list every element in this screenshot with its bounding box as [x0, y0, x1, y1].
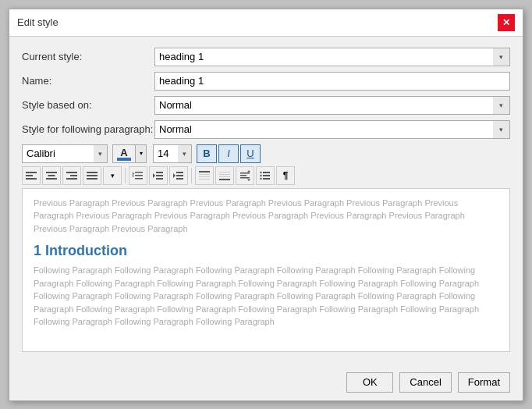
preview-following-text: Following Paragraph Following Paragraph … [34, 264, 498, 329]
justify-button[interactable] [83, 166, 101, 185]
svg-rect-4 [48, 175, 55, 176]
svg-rect-17 [156, 175, 163, 176]
svg-rect-21 [176, 175, 183, 176]
font-select-wrap: Calibri ▾ [22, 144, 108, 163]
italic-button[interactable]: I [218, 144, 239, 163]
preview-box: Previous Paragraph Previous Paragraph Pr… [22, 188, 510, 352]
svg-rect-18 [156, 178, 163, 180]
style-based-select[interactable]: Normal [154, 96, 510, 115]
align-center-button[interactable] [42, 166, 61, 185]
svg-marker-15 [133, 172, 134, 177]
cancel-button[interactable]: Cancel [399, 372, 451, 393]
svg-rect-25 [199, 174, 210, 175]
svg-rect-13 [135, 175, 143, 176]
border-bottom-icon [218, 169, 231, 182]
svg-rect-40 [263, 172, 270, 173]
svg-point-38 [260, 174, 261, 176]
align-dropdown-button[interactable]: ▾ [103, 166, 122, 185]
close-button[interactable]: ✕ [498, 14, 515, 31]
justify-icon [86, 169, 98, 182]
svg-rect-30 [219, 174, 230, 175]
svg-rect-29 [219, 172, 230, 172]
svg-rect-2 [26, 178, 37, 180]
svg-marker-19 [153, 173, 155, 178]
style-following-select-wrap: Normal ▾ [154, 120, 510, 139]
indent-decrease-button[interactable] [149, 166, 168, 185]
svg-rect-3 [46, 172, 57, 173]
align-left-button[interactable] [22, 166, 41, 185]
bold-button[interactable]: B [197, 144, 217, 163]
svg-rect-7 [70, 175, 77, 176]
dialog-title: Edit style [17, 16, 59, 28]
paragraph-mark-button[interactable]: ¶ [276, 166, 295, 185]
preview-previous-text: Previous Paragraph Previous Paragraph Pr… [34, 197, 498, 236]
toolbar-separator-2 [191, 168, 192, 183]
current-style-label: Current style: [22, 51, 154, 62]
name-input-wrap [154, 72, 510, 91]
style-following-label: Style for following paragraph: [22, 123, 154, 135]
name-row: Name: [22, 72, 510, 91]
svg-rect-11 [87, 178, 98, 180]
style-based-select-wrap: Normal ▾ [154, 96, 510, 115]
svg-rect-0 [26, 172, 37, 173]
svg-rect-42 [263, 178, 270, 180]
ok-button[interactable]: OK [346, 372, 393, 393]
svg-rect-31 [219, 176, 230, 177]
font-color-button-wrap: A ▾ [112, 144, 147, 163]
font-color-dropdown-button[interactable]: ▾ [136, 144, 147, 163]
line-spacing-icon [132, 169, 144, 182]
svg-point-39 [260, 177, 261, 179]
svg-marker-36 [247, 179, 250, 181]
style-following-select[interactable]: Normal [154, 120, 510, 139]
svg-rect-33 [240, 175, 246, 176]
svg-rect-10 [87, 175, 98, 176]
svg-rect-9 [87, 172, 98, 173]
svg-marker-23 [173, 173, 176, 178]
formatting-toolbar-row2: ▾ [22, 166, 510, 185]
align-right-icon [66, 169, 78, 182]
name-label: Name: [22, 75, 154, 87]
svg-point-37 [260, 171, 261, 172]
font-color-bar [117, 158, 131, 161]
svg-rect-26 [199, 176, 210, 177]
border-bottom-button[interactable] [215, 166, 234, 185]
svg-rect-14 [135, 178, 143, 180]
preview-heading-text: 1 Introduction [34, 243, 498, 259]
svg-rect-20 [176, 172, 183, 173]
toolbar-separator-1 [125, 168, 126, 183]
border-top-button[interactable] [195, 166, 214, 185]
list-button[interactable] [256, 166, 275, 185]
edit-style-dialog: Edit style ✕ Current style: heading 1 ▾ … [9, 9, 523, 401]
current-style-select[interactable]: heading 1 [154, 48, 510, 66]
dialog-content: Current style: heading 1 ▾ Name: Style b… [9, 37, 523, 368]
list-icon [259, 169, 271, 182]
svg-rect-27 [199, 179, 210, 180]
svg-rect-8 [66, 178, 77, 180]
underline-button[interactable]: U [240, 144, 261, 163]
name-input[interactable] [154, 72, 510, 91]
svg-rect-22 [176, 178, 183, 180]
svg-rect-24 [199, 171, 210, 172]
align-right-button[interactable] [62, 166, 81, 185]
line-spacing-button[interactable] [129, 166, 147, 185]
svg-rect-34 [240, 177, 250, 179]
align-left-icon [25, 169, 37, 182]
paragraph-spacing-button[interactable] [236, 166, 254, 185]
paragraph-spacing-icon [239, 169, 251, 182]
style-based-row: Style based on: Normal ▾ [22, 96, 510, 115]
indent-decrease-icon [152, 169, 165, 182]
indent-increase-icon [172, 169, 185, 182]
style-following-row: Style for following paragraph: Normal ▾ [22, 120, 510, 139]
title-bar: Edit style ✕ [9, 9, 523, 37]
svg-rect-16 [156, 172, 163, 173]
font-select[interactable]: Calibri [22, 144, 108, 163]
svg-rect-6 [66, 172, 77, 173]
font-color-button[interactable]: A [112, 144, 136, 163]
format-button[interactable]: Format [458, 372, 510, 393]
current-style-select-wrap: heading 1 ▾ [154, 48, 510, 66]
indent-increase-button[interactable] [169, 166, 188, 185]
dialog-footer: OK Cancel Format [9, 368, 523, 400]
style-based-label: Style based on: [22, 99, 154, 111]
size-select[interactable]: 14 [153, 144, 192, 163]
svg-rect-5 [46, 178, 57, 180]
